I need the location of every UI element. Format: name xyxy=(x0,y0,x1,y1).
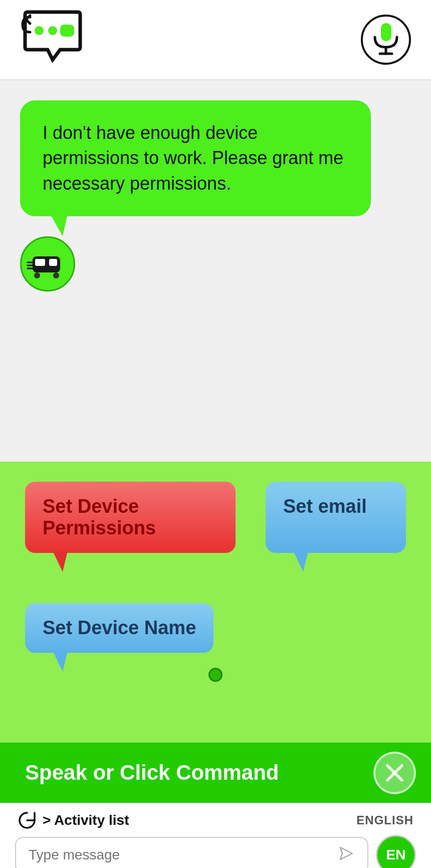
activity-row: > Activity list ENGLISH xyxy=(15,811,416,830)
microphone-icon xyxy=(372,22,400,57)
header xyxy=(0,0,431,80)
commands-row-1: Set Device Permissions Set email xyxy=(25,482,406,553)
close-icon xyxy=(383,762,406,784)
bot-message-text: I don't have enough device permissions t… xyxy=(43,122,343,194)
bot-avatar xyxy=(20,236,75,292)
activity-link[interactable]: > Activity list xyxy=(18,811,129,830)
message-input[interactable] xyxy=(15,837,368,868)
bot-avatar-icon xyxy=(25,241,70,286)
mic-button[interactable] xyxy=(361,15,411,65)
send-icon[interactable] xyxy=(338,845,354,865)
bot-message-bubble: I don't have enough device permissions t… xyxy=(20,100,371,216)
speak-bar-label: Speak or Click Command xyxy=(25,761,279,785)
svg-marker-17 xyxy=(340,847,352,859)
speak-bar: Speak or Click Command xyxy=(0,743,431,803)
chat-area: I don't have enough device permissions t… xyxy=(0,80,431,462)
input-row: EN xyxy=(15,835,416,868)
svg-point-11 xyxy=(53,272,59,278)
svg-rect-3 xyxy=(381,23,391,41)
cmd-set-email[interactable]: Set email xyxy=(266,482,406,553)
language-label: ENGLISH xyxy=(356,813,413,827)
svg-point-1 xyxy=(48,26,57,35)
svg-rect-8 xyxy=(35,259,45,266)
close-button[interactable] xyxy=(373,752,416,794)
commands-row-2: Set Device Name xyxy=(25,588,406,653)
cmd-set-device-name[interactable]: Set Device Name xyxy=(25,603,213,653)
chat-logo-icon xyxy=(20,10,85,70)
activity-label: > Activity list xyxy=(43,812,129,828)
svg-rect-2 xyxy=(60,25,74,37)
svg-point-0 xyxy=(35,26,44,35)
cmd-set-device-permissions[interactable]: Set Device Permissions xyxy=(25,482,236,553)
page-indicator xyxy=(25,668,406,682)
svg-rect-9 xyxy=(49,259,57,266)
bottom-bar: > Activity list ENGLISH EN xyxy=(0,803,431,868)
page-dot xyxy=(208,668,223,682)
svg-point-10 xyxy=(34,272,40,278)
history-icon xyxy=(18,811,37,830)
language-badge[interactable]: EN xyxy=(376,835,416,868)
commands-area: Set Device Permissions Set email Set Dev… xyxy=(0,462,431,743)
